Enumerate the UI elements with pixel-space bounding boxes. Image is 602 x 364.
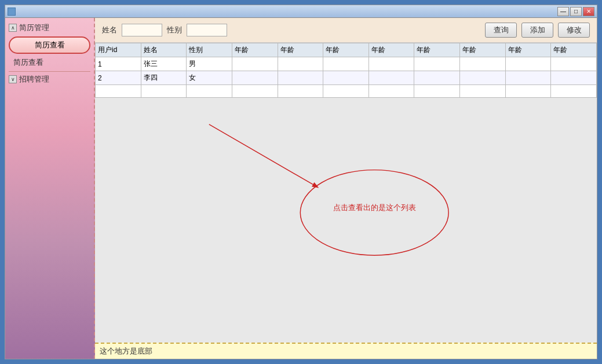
cell-1-10 [551,71,597,85]
col-header-4: 年龄 [278,43,323,57]
cell-1-9 [505,71,551,85]
data-table: 用户id 姓名 性别 年龄 年龄 年龄 年龄 年龄 年龄 年龄 年龄 [95,43,597,98]
collapse-icon-resume[interactable]: ∧ [9,24,17,32]
cell-0-2: 男 [187,57,232,71]
footer-text: 这个地方是底部 [100,346,152,356]
sidebar-link-resume-view[interactable]: 简历查看 [9,56,90,69]
gender-input[interactable] [187,24,227,36]
minimize-button[interactable]: — [557,7,569,16]
titlebar-left [8,8,16,16]
titlebar: — □ ✕ [5,5,597,18]
cell-0-6 [369,57,414,71]
sidebar-divider [9,71,90,72]
table-area: 用户id 姓名 性别 年龄 年龄 年龄 年龄 年龄 年龄 年龄 年龄 [95,43,597,343]
col-header-3: 年龄 [232,43,278,57]
svg-text:点击查看出的是这个列表: 点击查看出的是这个列表 [333,203,416,212]
name-input[interactable] [122,24,162,36]
edit-button[interactable]: 修改 [558,23,590,38]
col-header-6: 年龄 [369,43,414,57]
col-header-2: 性别 [187,43,232,57]
cell-1-3 [232,71,278,85]
close-button[interactable]: ✕ [583,7,594,16]
titlebar-buttons: — □ ✕ [557,7,594,16]
main-window: — □ ✕ ∧ 简历管理 简历查看 简历查看 ∨ 招聘管理 姓名 [5,5,597,359]
cell-1-7 [414,71,460,85]
cell-0-10 [551,57,597,71]
cell-1-6 [369,71,414,85]
cell-0-3 [232,57,278,71]
cell-0-1: 张三 [141,57,187,71]
collapse-icon-recruit[interactable]: ∨ [9,75,17,83]
col-header-1: 姓名 [141,43,187,57]
cell-0-4 [278,57,323,71]
cell-0-8 [460,57,506,71]
gender-label: 性别 [167,25,182,35]
cell-1-4 [278,71,323,85]
toolbar: 姓名 性别 查询 添加 修改 [95,18,597,43]
restore-button[interactable]: □ [570,7,582,16]
name-label: 姓名 [102,25,117,35]
col-header-9: 年龄 [505,43,551,57]
cell-1-2: 女 [187,71,232,85]
svg-line-0 [209,124,318,187]
sidebar-section-resume: ∧ 简历管理 [9,23,90,33]
sidebar-section-recruit: ∨ 招聘管理 [9,74,90,84]
cell-0-5 [323,57,369,71]
app-icon [8,8,16,16]
svg-point-2 [300,170,448,256]
col-header-8: 年龄 [460,43,506,57]
col-header-0: 用户id [96,43,141,57]
col-header-5: 年龄 [323,43,369,57]
sidebar-section-resume-label: 简历管理 [19,23,49,33]
cell-0-9 [505,57,551,71]
cell-1-0: 2 [96,71,141,85]
table-header-row: 用户id 姓名 性别 年龄 年龄 年龄 年龄 年龄 年龄 年龄 年龄 [96,43,597,57]
main-content: ∧ 简历管理 简历查看 简历查看 ∨ 招聘管理 姓名 性别 查询 添加 修改 [5,18,597,359]
cell-0-7 [414,57,460,71]
table-row-empty [96,85,597,98]
cell-1-1: 李四 [141,71,187,85]
footer: 这个地方是底部 [95,343,597,359]
col-header-7: 年龄 [414,43,460,57]
cell-0-0: 1 [96,57,141,71]
add-button[interactable]: 添加 [521,23,553,38]
cell-1-5 [323,71,369,85]
table-row[interactable]: 1 张三 男 [96,57,597,71]
sidebar: ∧ 简历管理 简历查看 简历查看 ∨ 招聘管理 [5,18,95,359]
table-row[interactable]: 2 李四 女 [96,71,597,85]
right-panel: 姓名 性别 查询 添加 修改 用户id 姓名 性别 年龄 [95,18,597,359]
query-button[interactable]: 查询 [485,23,517,38]
sidebar-btn-resume-view[interactable]: 简历查看 [9,36,90,54]
cell-1-8 [460,71,506,85]
sidebar-section-recruit-label: 招聘管理 [19,74,49,84]
col-header-10: 年龄 [551,43,597,57]
